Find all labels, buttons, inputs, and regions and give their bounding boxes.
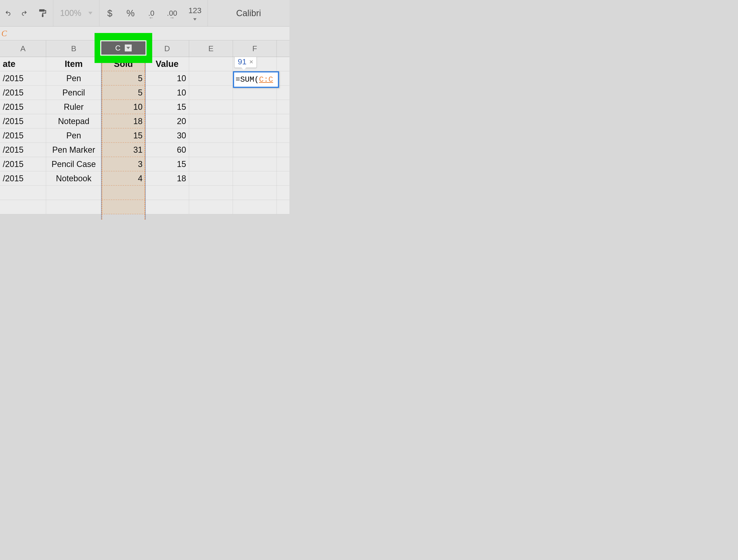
cell[interactable]: 10 <box>145 71 189 85</box>
active-formula-cell[interactable]: =SUM(C:C <box>233 71 279 88</box>
cell[interactable] <box>46 200 101 214</box>
cell[interactable] <box>189 57 233 71</box>
cell[interactable]: /2015 <box>0 100 46 114</box>
cell[interactable]: Pen <box>46 71 101 85</box>
cell[interactable]: 20 <box>145 114 189 128</box>
cell[interactable] <box>101 186 145 200</box>
col-header-e[interactable]: E <box>189 40 233 57</box>
cell[interactable]: 5 <box>101 85 145 100</box>
col-menu-button[interactable] <box>125 44 132 51</box>
cell[interactable]: 31 <box>101 143 145 157</box>
col-header-b[interactable]: B <box>46 40 101 57</box>
cell[interactable] <box>233 100 277 114</box>
table-row: /2015Pen Marker3160 <box>0 143 290 157</box>
column-headers-row: A B D E F C <box>0 40 290 57</box>
cell[interactable] <box>145 186 189 200</box>
cell[interactable]: 60 <box>145 143 189 157</box>
cell[interactable]: Ruler <box>46 100 101 114</box>
cell[interactable] <box>233 186 277 200</box>
table-row: /2015Pen1530 <box>0 128 290 143</box>
cell[interactable] <box>189 157 233 171</box>
active-cell-ref: C <box>1 29 7 38</box>
cell[interactable]: /2015 <box>0 114 46 128</box>
cell[interactable]: 15 <box>145 157 189 171</box>
cell[interactable]: 4 <box>101 171 145 186</box>
cell[interactable]: Item <box>46 57 101 71</box>
cell[interactable] <box>189 85 233 100</box>
cell[interactable] <box>189 171 233 186</box>
cell[interactable] <box>189 200 233 214</box>
more-formats-button[interactable]: 123 <box>182 0 208 26</box>
cell[interactable] <box>189 128 233 143</box>
currency-icon: $ <box>107 8 112 18</box>
table-row: /2015Notepad1820 <box>0 114 290 128</box>
cell[interactable]: Notepad <box>46 114 101 128</box>
cell[interactable]: Pen <box>46 128 101 143</box>
format-currency-button[interactable]: $ <box>99 0 120 26</box>
cell[interactable]: 18 <box>145 171 189 186</box>
col-c-header-selected[interactable]: C <box>100 40 146 56</box>
cell[interactable]: Pen Marker <box>46 143 101 157</box>
undo-button[interactable] <box>0 0 16 26</box>
cell[interactable] <box>189 100 233 114</box>
table-row <box>0 200 290 214</box>
increase-decimal-button[interactable]: .00 → <box>162 0 182 26</box>
percent-icon: % <box>126 8 135 18</box>
cell[interactable] <box>0 186 46 200</box>
cell[interactable] <box>233 143 277 157</box>
cell[interactable]: Pencil Case <box>46 157 101 171</box>
cell[interactable] <box>233 171 277 186</box>
caret-down-icon <box>88 12 92 15</box>
redo-button[interactable] <box>16 0 32 26</box>
cell[interactable]: 3 <box>101 157 145 171</box>
paint-format-button[interactable] <box>32 0 53 26</box>
cell[interactable]: Pencil <box>46 85 101 100</box>
cell[interactable]: ate <box>0 57 46 71</box>
tooltip-pointer <box>242 67 246 70</box>
table-row: /2015Pencil Case315 <box>0 157 290 171</box>
cell[interactable] <box>189 186 233 200</box>
cell[interactable]: 18 <box>101 114 145 128</box>
cell[interactable]: 15 <box>145 100 189 114</box>
cell[interactable]: Notebook <box>46 171 101 186</box>
col-header-f[interactable]: F <box>233 40 277 57</box>
cell[interactable]: /2015 <box>0 71 46 85</box>
caret-down-icon <box>126 47 130 49</box>
cell[interactable] <box>233 114 277 128</box>
cell[interactable] <box>233 200 277 214</box>
cell[interactable] <box>233 157 277 171</box>
toolbar: 100% $ % .0 ← .00 → 123 Calibri <box>0 0 290 26</box>
cell[interactable]: 15 <box>101 128 145 143</box>
cell[interactable]: 30 <box>145 128 189 143</box>
col-c-highlight-callout: C <box>94 33 152 63</box>
cell[interactable] <box>46 186 101 200</box>
cell[interactable]: /2015 <box>0 157 46 171</box>
cell[interactable]: 10 <box>145 85 189 100</box>
svg-rect-1 <box>42 14 44 17</box>
cell[interactable]: /2015 <box>0 128 46 143</box>
cell[interactable] <box>189 71 233 85</box>
cell[interactable]: /2015 <box>0 171 46 186</box>
cell[interactable] <box>233 128 277 143</box>
close-icon[interactable]: × <box>249 58 254 66</box>
cell[interactable] <box>145 200 189 214</box>
decrease-decimal-button[interactable]: .0 ← <box>141 0 162 26</box>
cell[interactable] <box>0 200 46 214</box>
grid-area: ate Item Sold Value /2015Pen510/2015Penc… <box>0 57 290 220</box>
cell[interactable]: 5 <box>101 71 145 85</box>
cell[interactable] <box>189 114 233 128</box>
col-header-a[interactable]: A <box>0 40 46 57</box>
font-family-select[interactable]: Calibri <box>208 0 290 26</box>
cell[interactable] <box>101 200 145 214</box>
cell[interactable] <box>189 143 233 157</box>
cell[interactable]: /2015 <box>0 85 46 100</box>
cell[interactable]: /2015 <box>0 143 46 157</box>
caret-down-icon <box>193 18 197 21</box>
format-percent-button[interactable]: % <box>120 0 141 26</box>
font-name-label: Calibri <box>236 8 261 18</box>
zoom-value: 100% <box>60 8 81 18</box>
zoom-select[interactable]: 100% <box>53 0 99 26</box>
table-row: /2015Notebook418 <box>0 171 290 186</box>
formula-range-ref: C:C <box>259 75 273 84</box>
cell[interactable]: 10 <box>101 100 145 114</box>
